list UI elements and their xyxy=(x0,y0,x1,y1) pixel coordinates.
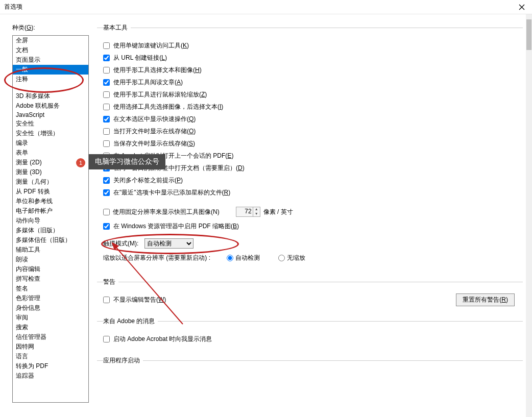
option-label: 使用手形工具选择文本和图像(H) xyxy=(113,66,202,75)
category-item[interactable]: 朗读 xyxy=(13,255,88,264)
option-label: 关闭多个标签之前提示(P) xyxy=(113,176,183,185)
category-item[interactable]: 因特网 xyxy=(13,342,88,352)
enable-thumbnails-checkbox[interactable] xyxy=(103,223,110,230)
option-label: 当保存文件时显示在线存储(S) xyxy=(113,139,195,148)
category-item[interactable]: 审阅 xyxy=(13,313,88,323)
category-item[interactable]: 全屏 xyxy=(13,36,88,45)
scale-label: 缩放以适合屏幕分辨率 (需要重新启动) : xyxy=(103,254,210,262)
option-row: 使用手形工具选择文本和图像(H) xyxy=(103,65,523,75)
categories-panel: 种类(G): 全屏文档页面显示一般注释3D 和多媒体Adobe 联机服务Java… xyxy=(12,23,89,417)
category-item[interactable]: 安全性（增强） xyxy=(13,129,88,138)
category-item[interactable]: 安全性 xyxy=(13,119,88,129)
option-row: 使用手形工具进行鼠标滚轮缩放(Z) xyxy=(103,89,523,100)
category-item[interactable]: 搜索 xyxy=(13,323,88,332)
category-item[interactable]: 签名 xyxy=(13,284,88,293)
category-item[interactable]: 身份信息 xyxy=(13,303,88,313)
option-label: 使用手形工具阅读文章(A) xyxy=(113,78,183,87)
category-item[interactable]: 测量 (3D) xyxy=(13,167,88,177)
category-item[interactable]: 内容编辑 xyxy=(13,264,88,274)
category-item[interactable]: 动作向导 xyxy=(13,216,88,226)
option-row: 在同一窗口的新标签中打开文档（需要重启）(D) xyxy=(103,163,523,173)
fixed-resolution-spinner[interactable]: 72 ▲▼ xyxy=(236,207,260,217)
titlebar: 首选项 xyxy=(0,0,532,14)
categories-label: 种类(G): xyxy=(12,23,35,32)
category-item[interactable]: 拼写检查 xyxy=(13,274,88,284)
touch-mode-row: 触摸模式(M): 自动检测 xyxy=(103,238,523,249)
option-row: 从 URL 创建链接(L) xyxy=(103,53,523,63)
option-checkbox[interactable] xyxy=(103,55,110,61)
category-item[interactable]: 测量（几何） xyxy=(13,177,88,187)
category-item[interactable]: Adobe 联机服务 xyxy=(13,101,88,111)
category-item[interactable]: 从 PDF 转换 xyxy=(13,187,88,197)
scale-auto-radio[interactable] xyxy=(227,255,233,261)
option-row: 在"最近"选项卡中显示已添加星标的文件(R) xyxy=(103,187,523,198)
touch-mode-select[interactable]: 自动检测 xyxy=(144,238,194,249)
option-label: 在"最近"选项卡中显示已添加星标的文件(R) xyxy=(113,188,230,197)
window-title: 首选项 xyxy=(4,3,528,11)
fixed-resolution-label: 使用固定分辨率来显示快照工具图像(N) xyxy=(113,208,220,216)
option-label: 使用选择工具先选择图像，后选择文本(I) xyxy=(113,103,223,111)
category-item[interactable]: JavaScript xyxy=(13,111,88,119)
category-item[interactable]: 转换为 PDF xyxy=(13,361,88,371)
category-item[interactable]: 辅助工具 xyxy=(13,245,88,255)
category-item[interactable]: 多媒体（旧版） xyxy=(13,226,88,235)
category-item[interactable]: 色彩管理 xyxy=(13,293,88,303)
option-label: 在文本选区中显示快速操作(Q) xyxy=(113,115,196,124)
group-legend: 应用程序启动 xyxy=(103,356,143,365)
scale-none-option[interactable]: 无缩放 xyxy=(278,254,305,262)
touch-mode-label: 触摸模式(M): xyxy=(103,239,138,248)
option-row: 当保存文件时显示在线存储(S) xyxy=(103,138,523,149)
category-item[interactable]: 追踪器 xyxy=(13,371,88,381)
option-row: 在文本选区中显示快速操作(Q) xyxy=(103,114,523,124)
reset-warnings-button[interactable]: 重置所有警告(R) xyxy=(456,293,515,306)
content-area: 种类(G): 全屏文档页面显示一般注释3D 和多媒体Adobe 联机服务Java… xyxy=(0,14,532,417)
option-checkbox[interactable] xyxy=(103,189,110,196)
group-legend: 来自 Adobe 的消息 xyxy=(103,317,158,326)
scale-row: 缩放以适合屏幕分辨率 (需要重新启动) : 自动检测 无缩放 xyxy=(103,254,523,262)
app-startup-group: 应用程序启动 xyxy=(97,356,523,371)
category-item[interactable]: 一般 xyxy=(13,65,88,75)
option-row: 在 Acrobat 启动时打开上一个会话的 PDF(E) xyxy=(103,151,523,161)
option-checkbox[interactable] xyxy=(103,116,110,122)
option-row: 关闭多个标签之前提示(P) xyxy=(103,175,523,185)
scale-none-radio[interactable] xyxy=(278,255,285,261)
close-icon xyxy=(519,4,525,10)
option-checkbox[interactable] xyxy=(103,91,110,98)
option-row: 使用手形工具阅读文章(A) xyxy=(103,77,523,87)
option-checkbox[interactable] xyxy=(103,79,110,86)
categories-listbox[interactable]: 全屏文档页面显示一般注释3D 和多媒体Adobe 联机服务JavaScript安… xyxy=(12,35,89,403)
option-checkbox[interactable] xyxy=(103,67,110,73)
enable-thumbnails-label: 在 Windows 资源管理器中启用 PDF 缩略图(B) xyxy=(113,222,239,231)
fixed-resolution-row: 使用固定分辨率来显示快照工具图像(N) 72 ▲▼ 像素 / 英寸 xyxy=(103,207,523,217)
adobe-msg-row: 启动 Adobe Acrobat 时向我显示消息 xyxy=(103,334,523,344)
option-row: 当打开文件时显示在线存储(O) xyxy=(103,126,523,136)
category-item[interactable]: 信任管理器 xyxy=(13,332,88,342)
option-label: 当打开文件时显示在线存储(O) xyxy=(113,127,196,136)
category-item[interactable]: 语言 xyxy=(13,352,88,361)
option-row: 使用选择工具先选择图像，后选择文本(I) xyxy=(103,102,523,112)
category-item[interactable]: 编录 xyxy=(13,138,88,148)
scale-auto-option[interactable]: 自动检测 xyxy=(227,254,260,262)
category-item[interactable]: 单位和参考线 xyxy=(13,197,88,206)
option-label: 使用单键加速键访问工具(K) xyxy=(113,41,189,50)
category-item[interactable]: 3D 和多媒体 xyxy=(13,91,88,101)
category-item[interactable]: 注释 xyxy=(13,75,88,84)
adobe-msg-checkbox[interactable] xyxy=(103,336,110,342)
close-button[interactable] xyxy=(512,0,532,14)
category-item[interactable]: 文档 xyxy=(13,45,88,55)
category-item[interactable]: 多媒体信任（旧版） xyxy=(13,235,88,245)
option-checkbox[interactable] xyxy=(103,42,110,49)
fixed-resolution-checkbox[interactable] xyxy=(103,209,110,215)
hide-edit-warning-checkbox[interactable] xyxy=(103,297,110,303)
enable-thumbnails-row: 在 Windows 资源管理器中启用 PDF 缩略图(B) xyxy=(103,221,523,231)
option-checkbox[interactable] xyxy=(103,104,110,110)
category-item[interactable]: 页面显示 xyxy=(13,55,88,65)
category-item[interactable]: 表单 xyxy=(13,148,88,158)
group-legend: 警告 xyxy=(103,278,118,286)
option-label: 从 URL 创建链接(L) xyxy=(113,54,167,62)
option-checkbox[interactable] xyxy=(103,128,110,135)
hide-edit-warning-row: 不显示编辑警告(W) xyxy=(103,295,166,305)
option-checkbox[interactable] xyxy=(103,140,110,147)
category-item[interactable]: 电子邮件帐户 xyxy=(13,206,88,216)
option-checkbox[interactable] xyxy=(103,177,110,184)
